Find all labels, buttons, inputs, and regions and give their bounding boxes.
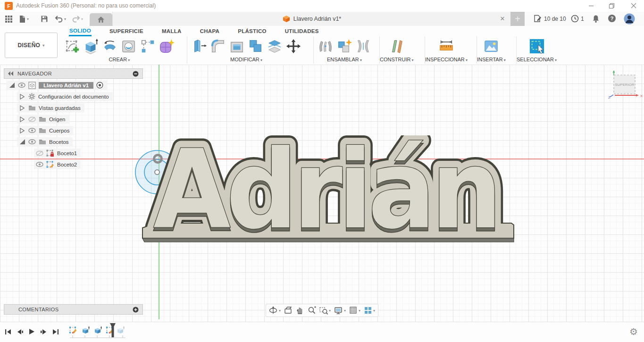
new-tab-button[interactable]: + bbox=[510, 12, 525, 26]
tree-row-root[interactable]: Llavero Adrián v1 bbox=[7, 81, 107, 90]
timeline-go-to-end-button[interactable] bbox=[50, 327, 60, 336]
help-button[interactable]: ? bbox=[608, 14, 616, 23]
group-label-inspeccionar[interactable]: INSPECCIONAR bbox=[425, 57, 468, 62]
press-pull-button[interactable] bbox=[190, 37, 208, 56]
tab-solido[interactable]: SOLIDO bbox=[69, 26, 92, 36]
group-label-crear[interactable]: CREAR bbox=[109, 57, 130, 62]
construction-plane-button[interactable] bbox=[388, 37, 406, 56]
redo-button[interactable]: ▾ bbox=[72, 15, 83, 23]
new-component-button[interactable] bbox=[335, 37, 353, 56]
pattern-button[interactable] bbox=[139, 37, 157, 56]
tree-item-label[interactable]: Vistas guardadas bbox=[39, 105, 81, 111]
document-tab[interactable]: Llavero Adrián v1* ✕ bbox=[112, 12, 511, 26]
hole-button[interactable] bbox=[120, 37, 138, 56]
grid-snap-button[interactable]: ▾ bbox=[349, 306, 360, 315]
restore-button[interactable] bbox=[608, 2, 615, 9]
visibility-eye-icon[interactable] bbox=[28, 128, 36, 133]
joint-button[interactable] bbox=[317, 37, 335, 56]
tree-item-label[interactable]: Cuerpos bbox=[49, 128, 69, 133]
timeline-go-to-start-button[interactable] bbox=[3, 327, 13, 336]
tree-row-doc-settings[interactable]: Configuración del documento bbox=[17, 92, 113, 101]
tree-row-origin[interactable]: Origen bbox=[17, 115, 69, 124]
visibility-off-icon[interactable] bbox=[28, 117, 36, 122]
notifications-button[interactable] bbox=[592, 15, 600, 23]
pan-button[interactable] bbox=[296, 306, 304, 315]
expand-open-icon[interactable] bbox=[19, 139, 25, 145]
group-label-ensamblar[interactable]: ENSAMBLAR bbox=[327, 57, 362, 62]
expand-closed-icon[interactable] bbox=[20, 94, 25, 100]
fillet-button[interactable] bbox=[209, 37, 227, 56]
activate-component-radio-icon[interactable] bbox=[96, 82, 103, 89]
fit-zoom-window-button[interactable]: ▾ bbox=[319, 306, 331, 315]
extrude-button[interactable] bbox=[82, 37, 100, 56]
tree-row-boceto1[interactable]: Boceto1 bbox=[34, 149, 81, 158]
model-adrian-keychain[interactable]: Adrián Adrián Adrián Adrián bbox=[136, 135, 525, 249]
tree-item-label[interactable]: Origen bbox=[49, 117, 66, 122]
tab-utilidades[interactable]: UTILIDADES bbox=[284, 27, 319, 35]
navigator-header[interactable]: NAVEGADOR bbox=[4, 68, 143, 79]
tree-item-label[interactable]: Llavero Adrián v1 bbox=[39, 82, 93, 89]
create-form-button[interactable] bbox=[158, 37, 176, 56]
shell-button[interactable] bbox=[228, 37, 246, 56]
split-body-button[interactable] bbox=[266, 37, 284, 56]
minimize-button[interactable] bbox=[587, 2, 595, 9]
group-label-construir[interactable]: CONSTRUIR bbox=[380, 57, 414, 62]
insert-canvas-button[interactable] bbox=[482, 37, 500, 56]
app-grid-menu-button[interactable] bbox=[5, 15, 13, 23]
tree-row-named-views[interactable]: Vistas guardadas bbox=[17, 103, 84, 112]
tab-malla[interactable]: MALLA bbox=[161, 27, 182, 35]
display-settings-button[interactable]: ▾ bbox=[334, 306, 346, 315]
close-button[interactable] bbox=[630, 2, 637, 9]
file-menu-button[interactable]: ▾ bbox=[19, 15, 29, 23]
job-status-indicator[interactable]: 1 bbox=[571, 15, 584, 23]
timeline-play-button[interactable] bbox=[26, 327, 37, 336]
tab-plastico[interactable]: PLÁSTICO bbox=[237, 27, 267, 35]
save-status-indicator[interactable]: 10 de 10 bbox=[534, 15, 566, 23]
save-button[interactable] bbox=[41, 15, 48, 23]
move-copy-button[interactable] bbox=[284, 37, 302, 56]
timeline-settings-gear-icon[interactable]: ⚙ bbox=[629, 326, 638, 337]
tree-item-label[interactable]: Boceto2 bbox=[57, 162, 77, 167]
tree-row-bodies[interactable]: Cuerpos bbox=[17, 126, 73, 135]
look-at-button[interactable] bbox=[284, 306, 293, 315]
expand-closed-icon[interactable] bbox=[20, 105, 25, 111]
tab-superficie[interactable]: SUPERFICIE bbox=[109, 27, 144, 35]
timeline-feature-extrude2[interactable] bbox=[92, 325, 103, 335]
add-comment-icon[interactable] bbox=[133, 307, 139, 313]
user-avatar[interactable] bbox=[624, 13, 635, 25]
workspace-selector[interactable]: DISEÑO▾ bbox=[5, 33, 58, 58]
group-label-seleccionar[interactable]: SELECCIONAR bbox=[517, 57, 557, 62]
comments-header[interactable]: COMENTARIOS bbox=[4, 304, 143, 315]
expand-closed-icon[interactable] bbox=[20, 128, 25, 133]
document-tab-close-button[interactable]: ✕ bbox=[499, 15, 506, 23]
revolve-button[interactable] bbox=[101, 37, 119, 56]
viewport-canvas[interactable]: Adrián Adrián Adrián Adrián bbox=[0, 65, 644, 322]
expand-closed-icon[interactable] bbox=[20, 117, 25, 122]
select-button[interactable] bbox=[528, 37, 546, 56]
collapse-tree-icon[interactable] bbox=[133, 71, 139, 77]
combine-button[interactable] bbox=[247, 37, 265, 56]
visibility-eye-icon[interactable] bbox=[18, 83, 25, 88]
model-letter-faces[interactable]: Adrián bbox=[153, 135, 498, 249]
timeline-feature-sketch1[interactable] bbox=[68, 325, 78, 335]
timeline-feature-suppressed-extrude[interactable] bbox=[115, 325, 125, 335]
tree-row-sketches[interactable]: Bocetos bbox=[17, 137, 73, 146]
viewcube[interactable]: SUPERIOR X Z bbox=[608, 70, 643, 100]
undo-button[interactable]: ▾ bbox=[55, 15, 66, 23]
timeline-step-back-button[interactable] bbox=[15, 327, 25, 336]
data-panel-home-button[interactable] bbox=[90, 13, 112, 26]
joint-origin-button[interactable] bbox=[354, 37, 372, 56]
visibility-eye-icon[interactable] bbox=[36, 162, 43, 167]
tree-item-label[interactable]: Bocetos bbox=[49, 139, 69, 145]
expand-open-icon[interactable] bbox=[9, 82, 15, 88]
create-sketch-button[interactable] bbox=[63, 37, 81, 56]
tree-item-label[interactable]: Boceto1 bbox=[57, 150, 77, 156]
tab-chapa[interactable]: CHAPA bbox=[200, 27, 220, 35]
group-label-modificar[interactable]: MODIFICAR bbox=[230, 57, 262, 62]
measure-button[interactable] bbox=[437, 37, 455, 56]
tree-row-boceto2[interactable]: Boceto2 bbox=[34, 160, 81, 169]
timeline-feature-extrude1[interactable] bbox=[80, 325, 91, 335]
viewports-button[interactable]: ▾ bbox=[364, 306, 375, 315]
visibility-off-icon[interactable] bbox=[36, 150, 43, 156]
collapse-panel-icon[interactable] bbox=[8, 71, 14, 76]
